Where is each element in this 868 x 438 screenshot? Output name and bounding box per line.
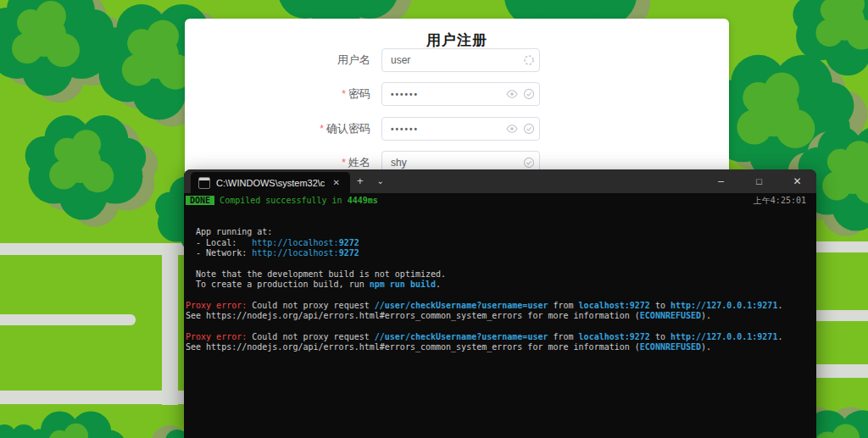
minimize-button[interactable]: – bbox=[702, 169, 740, 193]
terminal-line: DONE Compiled successfully in 4449ms上午4:… bbox=[186, 196, 816, 206]
form-row-confirm-password: *确认密码 bbox=[185, 117, 540, 141]
form-title: 用户注册 bbox=[185, 19, 729, 50]
eye-icon[interactable] bbox=[506, 123, 518, 135]
desktop: 用户注册 用户名 *密码 *确认密码 bbox=[0, 0, 868, 438]
terminal-line bbox=[186, 322, 816, 332]
terminal-line bbox=[186, 291, 816, 301]
terminal-line bbox=[186, 206, 816, 216]
terminal-line: - Network: http://localhost:9272 bbox=[186, 248, 816, 258]
form-row-username: 用户名 bbox=[185, 48, 540, 72]
eye-icon[interactable] bbox=[506, 88, 518, 100]
maximize-button[interactable]: □ bbox=[740, 169, 778, 193]
terminal-line: Note that the development build is not o… bbox=[186, 269, 816, 280]
new-tab-button[interactable]: + bbox=[350, 169, 370, 193]
check-circle-icon bbox=[523, 157, 535, 169]
tab-close-icon[interactable]: ✕ bbox=[331, 177, 342, 188]
terminal-line: Proxy error: Could not proxy request //u… bbox=[186, 332, 816, 342]
terminal-line: See https://nodejs.org/api/errors.html#e… bbox=[186, 342, 816, 352]
terminal-line: - Local: http://localhost:9272 bbox=[186, 238, 816, 248]
terminal-line bbox=[186, 258, 816, 269]
terminal-line bbox=[186, 217, 816, 227]
terminal-timestamp: 上午4:25:01 bbox=[754, 196, 806, 206]
loading-spinner-icon bbox=[523, 54, 535, 66]
terminal-line: To create a production build, run npm ru… bbox=[186, 280, 816, 290]
check-circle-icon bbox=[523, 123, 535, 135]
username-input[interactable] bbox=[381, 48, 540, 72]
terminal-line: App running at: bbox=[186, 227, 816, 237]
terminal-line: See https://nodejs.org/api/errors.html#e… bbox=[186, 311, 816, 321]
tab-title: C:\WINDOWS\system32\cmd. bbox=[216, 178, 325, 188]
terminal-line: Proxy error: Could not proxy request //u… bbox=[186, 301, 816, 311]
window-controls: – □ ✕ bbox=[702, 169, 816, 193]
name-label: *姓名 bbox=[185, 155, 370, 170]
confirm-password-label: *确认密码 bbox=[185, 121, 370, 136]
terminal-titlebar[interactable]: C:\WINDOWS\system32\cmd. ✕ + ⌄ – □ ✕ bbox=[184, 169, 816, 193]
form-row-password: *密码 bbox=[185, 82, 540, 106]
registration-form-panel: 用户注册 用户名 *密码 *确认密码 bbox=[185, 19, 729, 184]
cmd-icon bbox=[198, 177, 210, 189]
username-label: 用户名 bbox=[185, 53, 370, 68]
close-button[interactable]: ✕ bbox=[778, 169, 816, 193]
terminal-tab[interactable]: C:\WINDOWS\system32\cmd. ✕ bbox=[191, 172, 350, 193]
tab-dropdown-icon[interactable]: ⌄ bbox=[370, 169, 391, 193]
terminal-window: C:\WINDOWS\system32\cmd. ✕ + ⌄ – □ ✕ DON… bbox=[184, 169, 816, 438]
password-label: *密码 bbox=[185, 86, 370, 102]
terminal-output[interactable]: DONE Compiled successfully in 4449ms上午4:… bbox=[184, 193, 816, 353]
check-circle-icon bbox=[523, 88, 535, 100]
